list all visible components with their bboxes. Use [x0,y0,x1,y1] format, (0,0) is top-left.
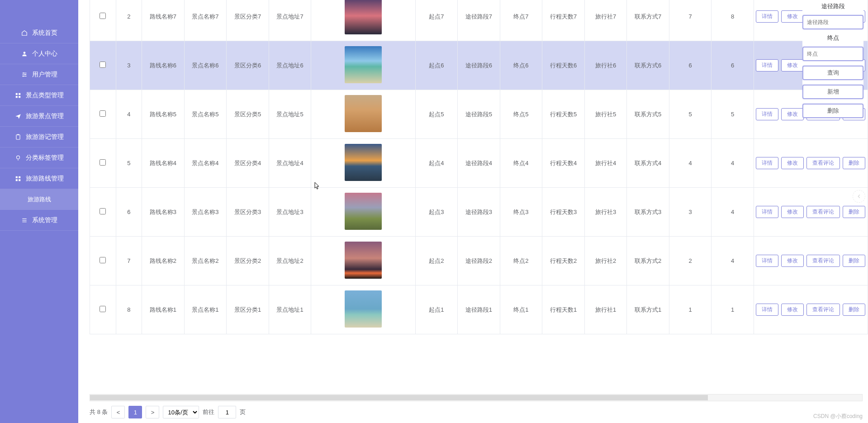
cell-cat: 景区分类5 [227,90,269,139]
table-container: 2 路线名称7 景点名称7 景区分类7 景点地址7 起点7 途径路段7 终点7 … [90,0,868,392]
end-input[interactable] [802,47,863,61]
route-table: 2 路线名称7 景点名称7 景区分类7 景点地址7 起点7 途径路段7 终点7 … [90,0,868,334]
row-delete-button[interactable]: 删除 [843,304,865,316]
cell-agency: 旅行社2 [584,237,627,285]
horizontal-scrollbar[interactable] [90,394,863,401]
cell-route: 路线名称7 [142,0,185,41]
row-checkbox[interactable] [100,13,106,19]
comment-button[interactable]: 查看评论 [806,157,840,169]
edit-button[interactable]: 修改 [781,10,804,23]
edit-button[interactable]: 修改 [781,59,804,71]
row-checkbox[interactable] [100,62,106,68]
next-page-button[interactable]: > [146,406,159,418]
scrollbar-thumb[interactable] [90,395,708,400]
query-button[interactable]: 查询 [802,66,863,80]
thumbnail-image[interactable] [345,144,382,181]
prev-page-button[interactable]: < [111,406,125,418]
detail-button[interactable]: 详情 [756,304,778,316]
detail-button[interactable]: 详情 [756,157,778,169]
page-size-select[interactable]: 10条/页 [163,406,199,418]
row-checkbox[interactable] [100,159,106,166]
cell-via: 途径路段2 [458,237,500,285]
row-index: 6 [116,188,142,237]
sidebar-item-1[interactable]: 个人中心 [0,43,78,64]
cell-addr: 景点地址5 [269,90,311,139]
cell-cat: 景区分类4 [227,139,269,188]
delete-button[interactable]: 删除 [802,104,863,118]
sidebar-item-3[interactable]: 景点类型管理 [0,85,78,106]
edit-button[interactable]: 修改 [781,255,804,267]
edit-button[interactable]: 修改 [781,304,804,316]
thumbnail-image[interactable] [345,95,382,132]
via-input[interactable] [802,15,863,29]
comment-button[interactable]: 查看评论 [806,206,840,218]
comment-button[interactable]: 查看评论 [806,255,840,267]
thumbnail-image[interactable] [345,0,382,34]
cell-days: 行程天数6 [542,41,585,90]
main-area: 2 路线名称7 景点名称7 景区分类7 景点地址7 起点7 途径路段7 终点7 … [78,0,868,423]
edit-button[interactable]: 修改 [781,157,804,169]
table-row: 8 路线名称1 景点名称1 景区分类1 景点地址1 起点1 途径路段1 终点1 … [90,285,868,334]
sidebar-item-0[interactable]: 系统首页 [0,23,78,43]
cell-via: 途径路段6 [458,41,500,90]
cell-c2: 6 [711,41,754,90]
svg-point-5 [24,74,25,75]
cell-agency: 旅行社4 [584,139,627,188]
sidebar-item-6[interactable]: 分类标签管理 [0,147,78,168]
sidebar-item-5[interactable]: 旅游游记管理 [0,127,78,147]
row-delete-button[interactable]: 删除 [843,255,865,267]
add-button[interactable]: 新增 [802,85,863,99]
edit-button[interactable]: 修改 [781,108,804,120]
cell-via: 途径路段3 [458,188,500,237]
cell-end: 终点2 [500,237,542,285]
goto-label: 前往 [203,408,214,416]
home-icon [21,30,28,36]
cell-c1: 2 [669,237,711,285]
row-checkbox[interactable] [100,208,106,214]
detail-button[interactable]: 详情 [756,59,778,71]
cell-route: 路线名称2 [142,237,185,285]
row-checkbox[interactable] [100,306,106,312]
svg-rect-8 [19,93,20,95]
sidebar-item-8[interactable]: 旅游路线 [0,189,78,210]
detail-button[interactable]: 详情 [756,10,778,23]
detail-button[interactable]: 详情 [756,206,778,218]
table-row: 4 路线名称5 景点名称5 景区分类5 景点地址5 起点5 途径路段5 终点5 … [90,90,868,139]
sidebar-item-7[interactable]: 旅游路线管理 [0,168,78,189]
sidebar-item-9[interactable]: 系统管理 [0,210,78,231]
cell-days: 行程天数5 [542,90,585,139]
thumbnail-image[interactable] [345,46,382,83]
thumbnail-image[interactable] [345,193,382,230]
sidebar-item-2[interactable]: 用户管理 [0,64,78,85]
row-delete-button[interactable]: 删除 [843,206,865,218]
edit-button[interactable]: 修改 [781,206,804,218]
goto-input[interactable] [218,406,236,418]
cell-spot: 景点名称3 [184,188,227,237]
filter-panel: 途径路段 终点 查询 新增 删除 [802,0,863,118]
comment-button[interactable]: 查看评论 [806,304,840,316]
sidebar-item-label: 用户管理 [32,71,57,79]
sidebar-item-label: 旅游景点管理 [26,112,64,120]
cell-agency: 旅行社5 [584,90,627,139]
detail-button[interactable]: 详情 [756,255,778,267]
cell-route: 路线名称1 [142,285,185,334]
thumbnail-image[interactable] [345,290,382,328]
thumbnail-image[interactable] [345,242,382,279]
cell-start: 起点1 [415,285,458,334]
detail-button[interactable]: 详情 [756,108,778,120]
cell-start: 起点4 [415,139,458,188]
page-number-button[interactable]: 1 [128,406,142,418]
row-checkbox[interactable] [100,110,106,117]
cell-days: 行程天数4 [542,139,585,188]
float-toggle-icon[interactable] [853,190,865,203]
sidebar-item-4[interactable]: 旅游景点管理 [0,106,78,127]
sidebar-item-label: 旅游游记管理 [26,133,64,141]
cell-contact: 联系方式5 [627,90,669,139]
cell-spot: 景点名称5 [184,90,227,139]
sidebar-item-label: 分类标签管理 [26,154,64,162]
cell-c1: 5 [669,90,711,139]
row-delete-button[interactable]: 删除 [843,157,865,169]
row-checkbox[interactable] [100,257,106,263]
svg-rect-12 [17,134,19,135]
table-row: 5 路线名称4 景点名称4 景区分类4 景点地址4 起点4 途径路段4 终点4 … [90,139,868,188]
